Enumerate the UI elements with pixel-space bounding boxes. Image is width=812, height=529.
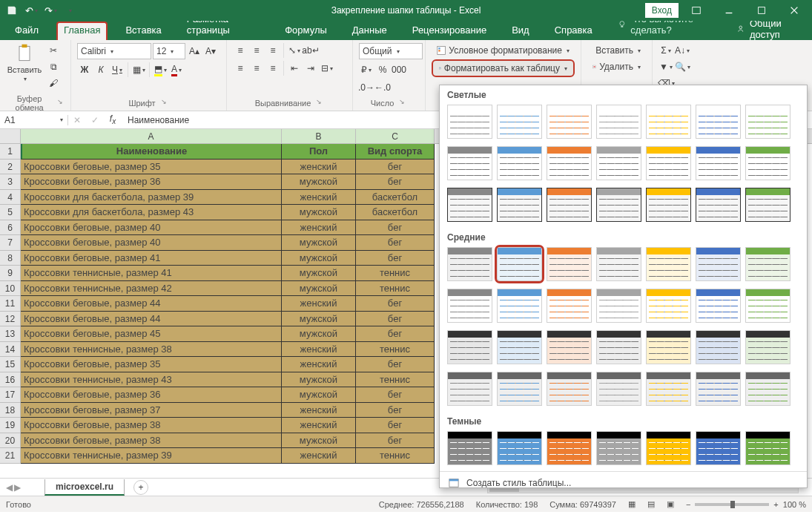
- cell[interactable]: Кроссовки беговые, размер 35: [21, 357, 282, 372]
- cell[interactable]: Кроссовки беговые, размер 36: [21, 387, 282, 403]
- undo-icon[interactable]: ↶▾: [22, 1, 40, 19]
- table-style-thumb[interactable]: [696, 105, 741, 139]
- table-style-thumb[interactable]: [696, 247, 741, 281]
- table-style-thumb[interactable]: [497, 289, 542, 323]
- copy-icon[interactable]: ⧉: [46, 59, 61, 74]
- tab-formulas[interactable]: Формулы: [277, 22, 334, 40]
- table-style-thumb[interactable]: [745, 247, 790, 281]
- fx-icon[interactable]: fx: [104, 114, 122, 125]
- table-style-thumb[interactable]: [646, 372, 691, 406]
- view-normal-icon[interactable]: ▦: [628, 499, 636, 509]
- cell[interactable]: бег: [356, 418, 435, 433]
- table-style-thumb[interactable]: [596, 105, 641, 139]
- cell[interactable]: Кроссовки теннисные, размер 43: [21, 372, 282, 388]
- cell[interactable]: бег: [356, 433, 435, 449]
- table-style-thumb[interactable]: [547, 372, 592, 406]
- table-style-thumb[interactable]: [497, 431, 542, 465]
- zoom-out-icon[interactable]: −: [686, 500, 690, 509]
- tab-file[interactable]: Файл: [7, 22, 46, 40]
- row-header[interactable]: 20: [0, 433, 21, 449]
- cell[interactable]: женский: [282, 220, 356, 236]
- cell[interactable]: мужской: [282, 372, 356, 388]
- align-center-icon[interactable]: ≡: [249, 61, 264, 76]
- share-button[interactable]: Общий доступ: [736, 18, 803, 40]
- cell[interactable]: Кроссовки беговые, размер 44: [21, 296, 282, 312]
- cell[interactable]: баскетбол: [356, 190, 435, 206]
- table-style-thumb[interactable]: [745, 431, 790, 465]
- align-left-icon[interactable]: ≡: [233, 61, 248, 76]
- align-middle-icon[interactable]: ≡: [249, 43, 264, 58]
- increase-decimal-icon[interactable]: .0→: [359, 80, 374, 95]
- tab-review[interactable]: Рецензирование: [405, 22, 494, 40]
- cell[interactable]: теннис: [356, 281, 435, 297]
- table-style-thumb[interactable]: [497, 188, 542, 222]
- row-header[interactable]: 18: [0, 403, 21, 418]
- format-painter-icon[interactable]: 🖌: [46, 76, 61, 91]
- sheet-tab[interactable]: microexcel.ru: [44, 479, 125, 496]
- table-style-thumb[interactable]: [447, 289, 492, 323]
- cell[interactable]: мужской: [282, 251, 356, 266]
- cell[interactable]: женский: [282, 357, 356, 372]
- table-style-thumb[interactable]: [745, 289, 790, 323]
- cell[interactable]: Кроссовки теннисные, размер 42: [21, 281, 282, 297]
- cell[interactable]: женский: [282, 403, 356, 418]
- zoom-level[interactable]: 100 %: [783, 500, 806, 509]
- row-header[interactable]: 14: [0, 342, 21, 358]
- align-right-icon[interactable]: ≡: [265, 61, 280, 76]
- table-style-thumb[interactable]: [596, 146, 641, 180]
- autosum-icon[interactable]: Σ▾: [658, 43, 673, 58]
- cell[interactable]: женский: [282, 448, 356, 464]
- paste-button[interactable]: Вставить ▾: [6, 43, 43, 82]
- table-style-thumb[interactable]: [596, 330, 641, 364]
- col-header-B[interactable]: B: [282, 129, 356, 143]
- tab-help[interactable]: Справка: [547, 22, 600, 40]
- table-style-thumb[interactable]: [696, 330, 741, 364]
- tab-home[interactable]: Главная: [56, 22, 108, 40]
- cell[interactable]: Кроссовки беговые, размер 35: [21, 160, 282, 175]
- cell[interactable]: бег: [356, 251, 435, 266]
- row-header[interactable]: 15: [0, 357, 21, 372]
- table-style-thumb[interactable]: [497, 247, 542, 281]
- cell[interactable]: Кроссовки беговые, размер 40: [21, 235, 282, 251]
- cell[interactable]: Кроссовки для баскетбола, размер 43: [21, 205, 282, 220]
- cell[interactable]: мужской: [282, 266, 356, 281]
- row-header[interactable]: 8: [0, 251, 21, 266]
- cell[interactable]: женский: [282, 418, 356, 433]
- orientation-icon[interactable]: ⤡▾: [287, 43, 302, 58]
- qat-customize-icon[interactable]: ▾: [61, 1, 79, 19]
- delete-cells-button[interactable]: Удалить▾: [587, 59, 646, 74]
- cell[interactable]: мужской: [282, 235, 356, 251]
- cell[interactable]: Кроссовки беговые, размер 37: [21, 403, 282, 418]
- row-header[interactable]: 4: [0, 190, 21, 206]
- minimize-icon[interactable]: [714, 0, 744, 21]
- grow-font-icon[interactable]: A▴: [187, 44, 202, 59]
- font-name-combo[interactable]: Calibri▾: [77, 43, 151, 59]
- cell[interactable]: женский: [282, 190, 356, 206]
- cell[interactable]: Кроссовки теннисные, размер 39: [21, 448, 282, 464]
- maximize-icon[interactable]: [747, 0, 776, 21]
- cell[interactable]: бег: [356, 403, 435, 418]
- table-style-thumb[interactable]: [547, 146, 592, 180]
- table-style-thumb[interactable]: [447, 247, 492, 281]
- percent-icon[interactable]: %: [375, 62, 390, 77]
- table-style-thumb[interactable]: [447, 431, 492, 465]
- row-header[interactable]: 19: [0, 418, 21, 433]
- table-style-thumb[interactable]: [447, 188, 492, 222]
- table-style-thumb[interactable]: [447, 105, 492, 139]
- row-header[interactable]: 17: [0, 387, 21, 403]
- cell[interactable]: Кроссовки беговые, размер 38: [21, 433, 282, 449]
- table-style-thumb[interactable]: [696, 188, 741, 222]
- close-icon[interactable]: [779, 0, 809, 21]
- zoom-slider[interactable]: [695, 503, 769, 506]
- table-style-thumb[interactable]: [696, 146, 741, 180]
- cell[interactable]: бег: [356, 235, 435, 251]
- cell[interactable]: баскетбол: [356, 205, 435, 220]
- col-header-C[interactable]: C: [356, 129, 435, 143]
- table-style-thumb[interactable]: [646, 431, 691, 465]
- cell[interactable]: бег: [356, 160, 435, 175]
- row-header[interactable]: 10: [0, 281, 21, 297]
- cell[interactable]: Пол: [282, 144, 356, 160]
- currency-icon[interactable]: ₽▾: [359, 62, 374, 77]
- find-select-icon[interactable]: 🔍▾: [675, 59, 690, 74]
- table-style-thumb[interactable]: [497, 105, 542, 139]
